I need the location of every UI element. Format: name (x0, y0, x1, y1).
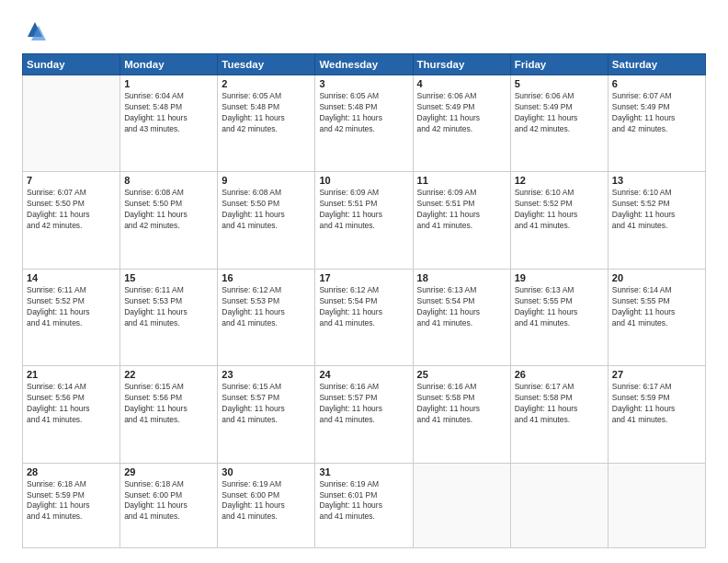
weekday-header-thursday: Thursday (413, 54, 510, 75)
day-number: 2 (222, 78, 311, 89)
day-info: Sunrise: 6:14 AMSunset: 5:55 PMDaylight:… (612, 285, 701, 329)
day-info: Sunrise: 6:05 AMSunset: 5:48 PMDaylight:… (222, 91, 311, 135)
calendar-cell: 1Sunrise: 6:04 AMSunset: 5:48 PMDaylight… (120, 75, 218, 172)
header (22, 18, 706, 44)
calendar-cell: 6Sunrise: 6:07 AMSunset: 5:49 PMDaylight… (608, 75, 705, 172)
day-number: 12 (515, 175, 604, 186)
day-number: 26 (515, 369, 604, 380)
calendar-cell: 29Sunrise: 6:18 AMSunset: 6:00 PMDayligh… (120, 463, 218, 547)
calendar-cell (23, 75, 120, 172)
calendar-cell: 4Sunrise: 6:06 AMSunset: 5:49 PMDaylight… (413, 75, 510, 172)
day-number: 27 (612, 369, 701, 380)
day-number: 21 (27, 369, 116, 380)
day-number: 6 (612, 78, 701, 89)
day-number: 8 (124, 175, 213, 186)
day-info: Sunrise: 6:10 AMSunset: 5:52 PMDaylight:… (515, 188, 604, 232)
calendar-cell: 12Sunrise: 6:10 AMSunset: 5:52 PMDayligh… (510, 172, 608, 269)
day-number: 13 (612, 175, 701, 186)
calendar-cell: 22Sunrise: 6:15 AMSunset: 5:56 PMDayligh… (120, 366, 218, 463)
day-info: Sunrise: 6:13 AMSunset: 5:54 PMDaylight:… (417, 285, 506, 329)
calendar-cell (608, 463, 705, 547)
weekday-header-sunday: Sunday (23, 54, 120, 75)
calendar-cell: 2Sunrise: 6:05 AMSunset: 5:48 PMDaylight… (218, 75, 315, 172)
calendar-cell: 21Sunrise: 6:14 AMSunset: 5:56 PMDayligh… (23, 366, 120, 463)
day-number: 18 (417, 272, 506, 283)
day-number: 19 (515, 272, 604, 283)
calendar-cell: 9Sunrise: 6:08 AMSunset: 5:50 PMDaylight… (218, 172, 315, 269)
calendar-cell: 18Sunrise: 6:13 AMSunset: 5:54 PMDayligh… (413, 269, 510, 365)
day-info: Sunrise: 6:10 AMSunset: 5:52 PMDaylight:… (612, 188, 701, 232)
day-info: Sunrise: 6:13 AMSunset: 5:55 PMDaylight:… (515, 285, 604, 329)
calendar-cell: 26Sunrise: 6:17 AMSunset: 5:58 PMDayligh… (510, 366, 608, 463)
day-info: Sunrise: 6:09 AMSunset: 5:51 PMDaylight:… (319, 188, 408, 232)
day-info: Sunrise: 6:15 AMSunset: 5:56 PMDaylight:… (124, 382, 213, 426)
day-info: Sunrise: 6:17 AMSunset: 5:59 PMDaylight:… (612, 382, 701, 426)
calendar-cell: 31Sunrise: 6:19 AMSunset: 6:01 PMDayligh… (315, 463, 413, 547)
calendar-cell: 11Sunrise: 6:09 AMSunset: 5:51 PMDayligh… (413, 172, 510, 269)
day-number: 28 (27, 466, 116, 477)
calendar-cell: 8Sunrise: 6:08 AMSunset: 5:50 PMDaylight… (120, 172, 218, 269)
day-number: 1 (124, 78, 213, 89)
day-info: Sunrise: 6:11 AMSunset: 5:53 PMDaylight:… (124, 285, 213, 329)
weekday-header-row: SundayMondayTuesdayWednesdayThursdayFrid… (23, 54, 706, 75)
calendar-cell: 15Sunrise: 6:11 AMSunset: 5:53 PMDayligh… (120, 269, 218, 365)
week-row-3: 14Sunrise: 6:11 AMSunset: 5:52 PMDayligh… (23, 269, 706, 365)
day-info: Sunrise: 6:09 AMSunset: 5:51 PMDaylight:… (417, 188, 506, 232)
day-number: 31 (319, 466, 408, 477)
weekday-header-saturday: Saturday (608, 54, 705, 75)
day-info: Sunrise: 6:19 AMSunset: 6:01 PMDaylight:… (319, 479, 408, 523)
day-number: 7 (27, 175, 116, 186)
calendar-cell: 7Sunrise: 6:07 AMSunset: 5:50 PMDaylight… (23, 172, 120, 269)
logo-icon (22, 18, 48, 44)
calendar-cell: 17Sunrise: 6:12 AMSunset: 5:54 PMDayligh… (315, 269, 413, 365)
calendar-cell (413, 463, 510, 547)
day-number: 15 (124, 272, 213, 283)
day-info: Sunrise: 6:12 AMSunset: 5:54 PMDaylight:… (319, 285, 408, 329)
day-info: Sunrise: 6:19 AMSunset: 6:00 PMDaylight:… (222, 479, 311, 523)
day-info: Sunrise: 6:17 AMSunset: 5:58 PMDaylight:… (515, 382, 604, 426)
page: SundayMondayTuesdayWednesdayThursdayFrid… (0, 0, 728, 563)
day-number: 5 (515, 78, 604, 89)
day-info: Sunrise: 6:06 AMSunset: 5:49 PMDaylight:… (417, 91, 506, 135)
calendar-cell: 28Sunrise: 6:18 AMSunset: 5:59 PMDayligh… (23, 463, 120, 547)
calendar-cell: 20Sunrise: 6:14 AMSunset: 5:55 PMDayligh… (608, 269, 705, 365)
day-number: 25 (417, 369, 506, 380)
day-info: Sunrise: 6:06 AMSunset: 5:49 PMDaylight:… (515, 91, 604, 135)
day-number: 24 (319, 369, 408, 380)
weekday-header-wednesday: Wednesday (315, 54, 413, 75)
calendar-cell: 24Sunrise: 6:16 AMSunset: 5:57 PMDayligh… (315, 366, 413, 463)
calendar-cell: 30Sunrise: 6:19 AMSunset: 6:00 PMDayligh… (218, 463, 315, 547)
calendar-table: SundayMondayTuesdayWednesdayThursdayFrid… (22, 53, 706, 548)
day-info: Sunrise: 6:07 AMSunset: 5:50 PMDaylight:… (27, 188, 116, 232)
day-number: 9 (222, 175, 311, 186)
day-number: 17 (319, 272, 408, 283)
calendar-cell: 13Sunrise: 6:10 AMSunset: 5:52 PMDayligh… (608, 172, 705, 269)
weekday-header-monday: Monday (120, 54, 218, 75)
day-info: Sunrise: 6:15 AMSunset: 5:57 PMDaylight:… (222, 382, 311, 426)
week-row-5: 28Sunrise: 6:18 AMSunset: 5:59 PMDayligh… (23, 463, 706, 547)
day-number: 11 (417, 175, 506, 186)
calendar-cell: 10Sunrise: 6:09 AMSunset: 5:51 PMDayligh… (315, 172, 413, 269)
week-row-2: 7Sunrise: 6:07 AMSunset: 5:50 PMDaylight… (23, 172, 706, 269)
day-info: Sunrise: 6:05 AMSunset: 5:48 PMDaylight:… (319, 91, 408, 135)
day-number: 23 (222, 369, 311, 380)
day-number: 3 (319, 78, 408, 89)
day-info: Sunrise: 6:12 AMSunset: 5:53 PMDaylight:… (222, 285, 311, 329)
week-row-4: 21Sunrise: 6:14 AMSunset: 5:56 PMDayligh… (23, 366, 706, 463)
weekday-header-friday: Friday (510, 54, 608, 75)
weekday-header-tuesday: Tuesday (218, 54, 315, 75)
day-info: Sunrise: 6:08 AMSunset: 5:50 PMDaylight:… (124, 188, 213, 232)
day-info: Sunrise: 6:11 AMSunset: 5:52 PMDaylight:… (27, 285, 116, 329)
logo (22, 18, 51, 44)
calendar-cell (510, 463, 608, 547)
day-info: Sunrise: 6:16 AMSunset: 5:57 PMDaylight:… (319, 382, 408, 426)
day-number: 22 (124, 369, 213, 380)
calendar-cell: 5Sunrise: 6:06 AMSunset: 5:49 PMDaylight… (510, 75, 608, 172)
calendar-cell: 23Sunrise: 6:15 AMSunset: 5:57 PMDayligh… (218, 366, 315, 463)
day-number: 4 (417, 78, 506, 89)
calendar-cell: 25Sunrise: 6:16 AMSunset: 5:58 PMDayligh… (413, 366, 510, 463)
day-info: Sunrise: 6:08 AMSunset: 5:50 PMDaylight:… (222, 188, 311, 232)
day-number: 29 (124, 466, 213, 477)
day-number: 10 (319, 175, 408, 186)
day-number: 30 (222, 466, 311, 477)
